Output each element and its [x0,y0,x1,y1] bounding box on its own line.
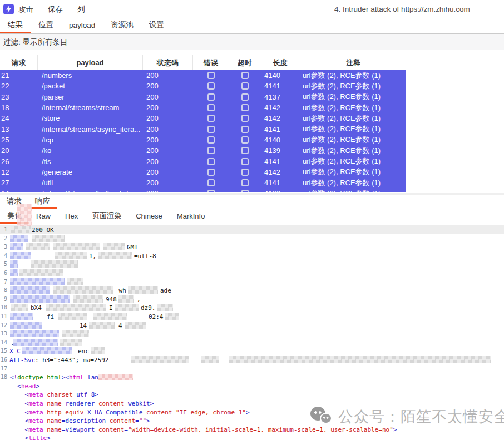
editor-line: <title> [0,433,504,440]
cell-timeout [229,123,260,134]
code-text: <meta name=renderer content=webkit> [10,400,154,407]
cell-status: 200 [143,145,193,156]
tab-结果[interactable]: 结果 [0,18,31,33]
column-header-状态码[interactable]: 状态码 [143,55,193,70]
timeout-checkbox[interactable] [241,158,249,165]
line-number: 5 [0,261,7,267]
tab-资源池[interactable]: 资源池 [103,18,141,33]
code-token: renderer [65,400,95,407]
table-row[interactable]: 27/util2004141url参数 (2), RCE参数 (1) [0,177,406,188]
redaction-mosaic [10,313,33,320]
error-checkbox[interactable] [207,179,215,186]
results-table[interactable]: 请求payload状态码错误超时长度注释 21/numbers2004140ur… [0,55,504,192]
column-header-注释[interactable]: 注释 [300,55,406,70]
cell-status: 200 [143,167,193,177]
column-header-长度[interactable]: 长度 [260,55,300,70]
timeout-checkbox[interactable] [241,115,249,122]
redaction-mosaic [93,313,127,320]
redaction-mosaic [10,330,59,337]
cell-length: 4137 [260,92,300,102]
redaction-mosaic [10,295,70,303]
current-line-highlight [0,225,504,234]
redaction-mosaic [11,304,28,311]
line-number: 18 [0,374,7,380]
timeout-checkbox[interactable] [241,82,249,90]
redaction-mosaic [53,243,100,250]
redaction-mosaic [157,304,173,311]
tab-payload[interactable]: payload [61,18,103,33]
error-checkbox[interactable] [207,104,215,111]
table-row[interactable]: 24/store2004142url参数 (2), RCE参数 (1) [0,113,406,123]
cell-payload: /parser [38,92,143,102]
table-row[interactable]: 23/parser2004137url参数 (2), RCE参数 (1) [0,92,406,102]
tab-位置[interactable]: 位置 [31,18,61,33]
table-row[interactable]: 20/ko2004139url参数 (2), RCE参数 (1) [0,145,406,156]
column-header-超时[interactable]: 超时 [229,55,260,70]
error-checkbox[interactable] [207,136,215,144]
view-tab-Raw[interactable]: Raw [29,210,58,224]
code-token: doctype html [17,374,61,381]
column-header-错误[interactable]: 错误 [193,55,229,70]
table-row[interactable]: 13/internal/streams/async_itera...200414… [0,123,406,134]
filter-bar[interactable]: 过滤: 显示所有条目 [0,34,504,50]
editor-line: 7 [0,278,504,286]
table-row[interactable]: 22/packet2004141url参数 (2), RCE参数 (1) [0,81,406,91]
table-row[interactable]: 25/tcp2004140url参数 (2), RCE参数 (1) [0,135,406,145]
tab-设置[interactable]: 设置 [141,18,172,33]
message-tab-响应[interactable]: 响应 [28,195,57,209]
timeout-checkbox[interactable] [241,126,249,133]
code-token: name [47,400,62,407]
timeout-checkbox[interactable] [241,93,249,101]
timeout-checkbox[interactable] [241,190,249,192]
error-checkbox[interactable] [207,93,215,101]
timeout-checkbox[interactable] [241,136,249,144]
cell-timeout [229,102,260,113]
error-checkbox[interactable] [207,126,215,133]
table-row[interactable]: 14/internal/streams/buffer_list2004136ur… [0,188,406,192]
table-row[interactable]: 21/numbers2004140url参数 (2), RCE参数 (1) [0,70,406,81]
cell-status: 200 [143,177,193,188]
cell-comment: url参数 (2), RCE参数 (1) [300,81,406,91]
error-checkbox[interactable] [207,169,215,176]
response-editor[interactable]: 1200 OK23GMT41,=utf-85678-whade9948,10bX… [0,225,504,440]
table-row[interactable]: 26/tls2004141url参数 (2), RCE参数 (1) [0,156,406,166]
menu-item-列[interactable]: 列 [77,4,85,14]
timeout-checkbox[interactable] [241,104,249,111]
error-checkbox[interactable] [207,82,215,90]
view-tab-MarkInfo[interactable]: MarkInfo [170,210,213,224]
code-token: meta [28,409,43,416]
column-header-请求[interactable]: 请求 [0,55,38,70]
error-checkbox[interactable] [207,115,215,122]
code-token: utf-8 [76,391,95,398]
timeout-checkbox[interactable] [241,179,249,186]
timeout-checkbox[interactable] [241,72,249,79]
line-number: 3 [0,244,7,250]
filter-text: 过滤: 显示所有条目 [0,37,68,47]
cell-comment: url参数 (2), RCE参数 (1) [300,102,406,113]
menu-item-保存[interactable]: 保存 [48,4,63,14]
error-checkbox[interactable] [207,72,215,79]
column-header-payload[interactable]: payload [38,55,143,70]
error-checkbox[interactable] [207,158,215,165]
view-tab-Chinese[interactable]: Chinese [129,210,170,224]
redaction-mosaic [89,322,115,329]
error-checkbox[interactable] [207,147,215,154]
error-checkbox[interactable] [207,190,215,192]
response-text: ade [160,287,171,294]
menu-item-攻击[interactable]: 攻击 [18,4,33,14]
cell-comment: url参数 (2), RCE参数 (1) [300,92,406,102]
line-number: 4 [0,253,7,259]
cell-error [193,156,229,166]
redaction-mosaic [13,339,58,346]
cell-timeout [229,113,260,123]
cell-request: 12 [0,167,38,177]
table-row[interactable]: 12/generate2004142url参数 (2), RCE参数 (1) [0,167,406,177]
intruder-attack-window: 攻击保存列 4. Intruder attack of https://zm.z… [0,0,504,440]
timeout-checkbox[interactable] [241,169,249,176]
table-row[interactable]: 18/internal/streams/stream2004142url参数 (… [0,102,406,113]
cell-request: 27 [0,177,38,188]
view-tab-页面渲染[interactable]: 页面渲染 [85,210,129,224]
response-text: , [137,296,141,303]
timeout-checkbox[interactable] [241,147,249,154]
view-tab-Hex[interactable]: Hex [58,210,85,224]
